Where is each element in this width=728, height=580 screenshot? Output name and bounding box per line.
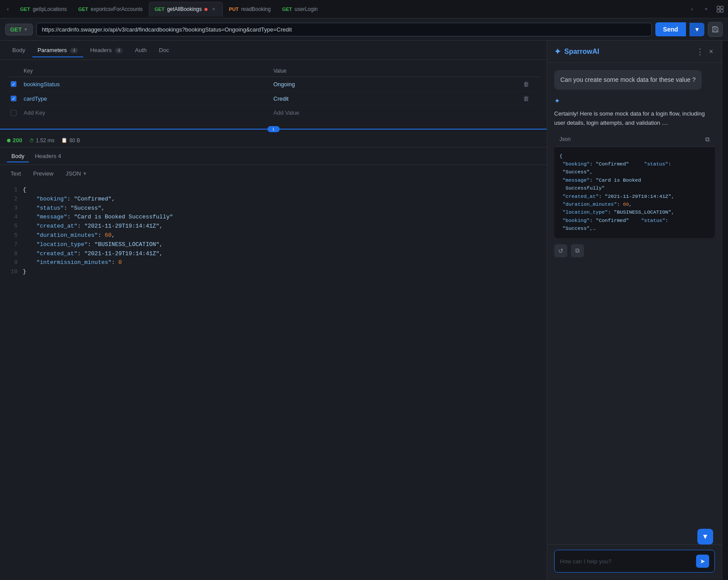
main-content: Body Parameters 4 Headers 4 Auth Doc Key	[0, 41, 728, 580]
svg-rect-0	[717, 6, 720, 9]
add-value-placeholder[interactable]: Add Value	[274, 109, 524, 116]
json-line-7: 7 "location_type": "BUSINESS_LOCATION",	[7, 240, 540, 250]
svg-rect-5	[714, 27, 716, 28]
copy-response-button[interactable]: ⧉	[571, 244, 584, 257]
params-table: Key Value bookingStatus Ongoing 🗑 cardTy…	[0, 60, 547, 125]
refresh-icon: ↺	[558, 247, 563, 254]
tab-actions: › +	[686, 3, 726, 15]
chat-send-button[interactable]: ➤	[696, 555, 709, 568]
tab-getiplocation[interactable]: GET getIpLocations	[15, 2, 72, 17]
param-key-1[interactable]: bookingStatus	[24, 81, 274, 88]
add-param-row: Add Key Add Value	[7, 106, 540, 120]
regenerate-button[interactable]: ↺	[554, 244, 567, 257]
tab-userlogin[interactable]: GET userLogin	[277, 2, 323, 17]
json-line-6: 5 "duration_minutes": 60,	[7, 231, 540, 240]
tab-label-userlogin: userLogin	[295, 6, 318, 12]
tab-unsaved-dot	[204, 8, 207, 11]
json-line-5: 5 "created_at": "2021-11-29T19:14:41Z",	[7, 222, 540, 231]
ai-json-block: Json ⧉ { "booking": "Confirmed" "status"…	[554, 132, 715, 238]
ai-close-button[interactable]: ×	[707, 46, 715, 57]
url-input[interactable]	[36, 23, 652, 36]
save-request-button[interactable]	[708, 22, 723, 37]
response-tabs: Body Headers 4	[0, 148, 547, 165]
response-time-value: 1.52 ms	[36, 137, 55, 144]
copy-icon: ⧉	[575, 247, 580, 254]
tab-method-get3: GET	[155, 7, 165, 12]
tab-label-exportcsv: exportcsvForAccounts	[91, 6, 143, 12]
status-code: 200	[13, 137, 22, 144]
json-line-10: 10 }	[7, 267, 540, 277]
param-value-1[interactable]: Ongoing	[274, 81, 524, 88]
view-json-dropdown[interactable]: JSON ▼	[62, 169, 91, 179]
headers-badge: 4	[115, 48, 123, 53]
tab-overflow-button[interactable]: ›	[686, 3, 698, 15]
tab-auth[interactable]: Auth	[130, 43, 152, 57]
tab-headers[interactable]: Headers 4	[85, 43, 128, 57]
scroll-down-button[interactable]: ▼	[697, 529, 713, 545]
view-selector: Text Preview JSON ▼	[0, 165, 547, 182]
send-dropdown-button[interactable]: ▼	[689, 23, 704, 36]
copy-json-button[interactable]: ⧉	[705, 136, 710, 143]
chat-input-area: ➤	[547, 544, 722, 580]
param-key-2[interactable]: cardType	[24, 95, 274, 102]
tab-body[interactable]: Body	[7, 43, 31, 57]
chat-actions: ↺ ⧉	[554, 243, 715, 259]
json-chevron-icon: ▼	[83, 171, 87, 176]
chat-input-wrapper: ➤	[554, 550, 715, 573]
json-editor: 1 { 2 "booking": "Confirmed", 3 "status"…	[0, 182, 547, 580]
tab-method-get2: GET	[78, 7, 88, 12]
url-bar: GET ▼ Send ▼	[0, 18, 728, 41]
delete-param-2-icon[interactable]: 🗑	[523, 95, 529, 102]
layout-button[interactable]	[714, 3, 726, 15]
response-size-value: 80 B	[69, 137, 80, 144]
tab-doc[interactable]: Doc	[154, 43, 174, 57]
send-button[interactable]: Send	[655, 22, 686, 36]
status-dot	[7, 139, 11, 142]
chat-area: Can you create some mock data for these …	[547, 63, 722, 544]
tab-back-button[interactable]: ‹	[2, 3, 14, 15]
tab-parameters[interactable]: Parameters 4	[32, 43, 83, 57]
divider-handle[interactable]: 1	[267, 126, 280, 132]
ai-more-button[interactable]: ⋮	[696, 47, 704, 56]
user-message: Can you create some mock data for these …	[554, 70, 702, 90]
tab-label-getiplocation: getIpLocations	[33, 6, 67, 12]
delete-param-1-icon[interactable]: 🗑	[523, 81, 529, 88]
param-checkbox-2[interactable]	[11, 95, 17, 102]
method-selector[interactable]: GET ▼	[5, 24, 33, 35]
add-param-checkbox	[11, 110, 17, 116]
tab-readbooking[interactable]: PUT readBooking	[224, 2, 276, 17]
new-tab-button[interactable]: +	[700, 3, 712, 15]
json-line-9: 9 "intermission_minutes": 0	[7, 258, 540, 267]
panel-divider[interactable]: 1	[0, 125, 547, 134]
tab-close-button[interactable]: ×	[210, 6, 217, 13]
send-icon: ➤	[700, 558, 705, 565]
svg-rect-2	[717, 10, 720, 12]
add-key-placeholder[interactable]: Add Key	[24, 109, 274, 116]
response-tab-body[interactable]: Body	[7, 150, 29, 162]
view-json-label: JSON	[66, 170, 81, 177]
json-line-1: 1 {	[7, 186, 540, 195]
param-value-2[interactable]: Credit	[274, 95, 524, 102]
tab-exportcsv[interactable]: GET exportcsvForAccounts	[73, 2, 148, 17]
tab-method-get: GET	[20, 7, 30, 12]
chat-input[interactable]	[560, 558, 693, 565]
tab-getallbookings[interactable]: GET getAllBookings ×	[149, 2, 223, 17]
view-preview-button[interactable]: Preview	[30, 169, 57, 179]
json-chat-header: Json ⧉	[554, 132, 715, 147]
response-tab-headers[interactable]: Headers 4	[31, 150, 66, 162]
response-time: ⏱ 1.52 ms	[29, 137, 55, 144]
left-panel: Body Parameters 4 Headers 4 Auth Doc Key	[0, 41, 547, 580]
json-line-3: 3 "status": "Success",	[7, 204, 540, 213]
ai-response-text: Certainly! Here is some mock data for a …	[554, 109, 715, 128]
param-row-cardtype: cardType Credit 🗑	[7, 91, 540, 106]
tab-label-getallbookings: getAllBookings	[167, 6, 202, 12]
ai-title: ✦ SparrowAI	[554, 47, 599, 56]
param-checkbox-1[interactable]	[11, 81, 17, 87]
json-line-8: 8 "created_at": "2021-11-29T19:14:41Z",	[7, 250, 540, 259]
value-column-header: Value	[274, 68, 524, 74]
ai-response: ✦ Certainly! Here is some mock data for …	[554, 97, 715, 259]
view-text-button[interactable]: Text	[7, 169, 25, 179]
json-line-2: 2 "booking": "Confirmed",	[7, 195, 540, 204]
right-sidebar-strip	[722, 41, 728, 580]
tab-label-readbooking: readBooking	[241, 6, 271, 12]
